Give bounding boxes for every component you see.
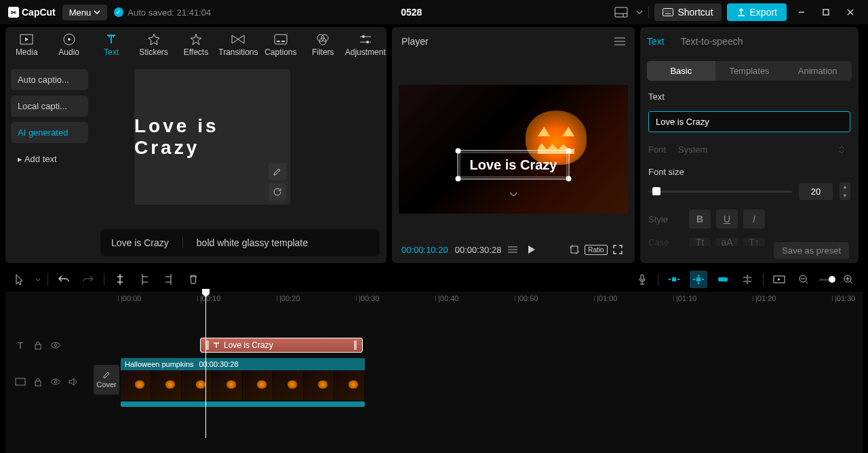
export-button[interactable]: Export [727, 3, 787, 21]
text-clip[interactable]: Love is Crazy [200, 338, 363, 353]
resize-handle-tr[interactable] [566, 148, 571, 153]
template-title: Love is Crazy [111, 237, 169, 248]
tab-stickers[interactable]: Stickers [132, 27, 174, 62]
bold-button[interactable]: B [689, 210, 711, 229]
minimize-button[interactable] [792, 3, 811, 22]
subtab-templates[interactable]: Templates [715, 61, 784, 81]
eye-icon[interactable] [50, 378, 61, 385]
italic-button[interactable]: I [743, 210, 765, 229]
text-field-label: Text [648, 92, 850, 102]
snap-left-icon[interactable] [665, 271, 683, 288]
preview-toggle-icon[interactable] [770, 271, 788, 288]
lock-icon[interactable] [33, 377, 43, 387]
svg-rect-13 [641, 275, 644, 280]
tab-captions[interactable]: Captions [260, 27, 302, 62]
case-button-1[interactable]: Tt [689, 238, 711, 246]
maximize-button[interactable] [816, 3, 835, 22]
inspector-tab-tts[interactable]: Text-to-speech [681, 36, 743, 47]
edit-icon[interactable] [269, 163, 286, 180]
video-preview[interactable]: Love is Crazy ◡ [399, 85, 628, 214]
shortcut-button[interactable]: Shortcut [654, 3, 721, 21]
mic-icon[interactable] [633, 271, 651, 288]
tab-text[interactable]: Text [90, 27, 132, 62]
delete-icon[interactable] [184, 271, 202, 288]
play-button[interactable] [524, 242, 539, 257]
project-title[interactable]: 0528 [218, 7, 605, 18]
underline-button[interactable]: U [716, 210, 738, 229]
video-clip[interactable]: Halloween pumpkins 00:00:30:28 [121, 358, 365, 400]
chevron-down-icon[interactable] [636, 10, 643, 14]
undo-button[interactable] [55, 271, 73, 288]
local-captions-button[interactable]: Local capti... [11, 96, 88, 117]
resize-handle-tl[interactable] [456, 148, 461, 153]
tab-adjustment[interactable]: Adjustment [344, 27, 387, 62]
tab-filters[interactable]: Filters [302, 27, 344, 62]
zoom-slider[interactable] [819, 279, 833, 281]
list-icon[interactable] [508, 246, 517, 253]
rotate-handle-icon[interactable]: ◡ [510, 186, 517, 196]
template-info-bar: Love is Crazy bold white glassy template [100, 229, 380, 256]
current-time: 00:00:10:20 [401, 245, 448, 255]
add-text-button[interactable]: ▸ Add text [11, 149, 88, 170]
redo-button[interactable] [79, 271, 97, 288]
chevron-down-icon[interactable] [35, 278, 41, 281]
zoom-in-icon[interactable] [840, 271, 857, 288]
timeline-toolbar [5, 267, 863, 292]
snap-center-icon[interactable] [690, 271, 707, 288]
text-overlay-selection[interactable]: Love is Crazy ◡ [458, 150, 570, 179]
split-icon[interactable] [111, 271, 129, 288]
svg-rect-12 [571, 246, 578, 253]
auto-captions-button[interactable]: Auto captio... [11, 69, 88, 90]
resize-handle-bl[interactable] [456, 176, 461, 181]
menu-button[interactable]: Menu [62, 5, 108, 20]
snap-right-icon[interactable] [714, 271, 732, 288]
playhead[interactable] [205, 289, 206, 438]
svg-rect-14 [672, 277, 676, 281]
font-size-slider[interactable] [648, 191, 792, 193]
resize-handle-br[interactable] [566, 176, 571, 181]
lock-icon[interactable] [33, 340, 43, 350]
font-size-stepper[interactable]: ▲▼ [840, 182, 850, 200]
subtab-basic[interactable]: Basic [647, 61, 715, 81]
svg-rect-15 [696, 277, 701, 281]
font-size-label: Font size [648, 167, 850, 177]
keyboard-icon [663, 8, 673, 16]
svg-point-21 [54, 344, 57, 347]
fullscreen-icon[interactable] [610, 242, 625, 257]
pointer-tool-icon[interactable] [11, 271, 28, 288]
cover-button[interactable]: Cover [94, 365, 119, 395]
close-button[interactable] [841, 3, 860, 22]
font-select[interactable]: System [673, 142, 850, 157]
crop-icon[interactable] [567, 242, 582, 257]
mute-icon[interactable] [68, 378, 79, 386]
text-track: T Love is Crazy [5, 335, 863, 355]
text-input[interactable] [648, 111, 850, 132]
ratio-button[interactable]: Ratio [589, 242, 604, 257]
inspector-tab-text[interactable]: Text [647, 36, 665, 47]
font-size-value[interactable]: 20 [799, 183, 833, 200]
eye-icon[interactable] [50, 342, 61, 349]
trim-right-icon[interactable] [160, 271, 178, 288]
audio-waveform-bar[interactable] [121, 401, 365, 407]
svg-point-5 [68, 38, 71, 41]
text-preview-thumbnail[interactable]: Love is Crazy [134, 69, 290, 205]
tab-transitions[interactable]: Transitions [217, 27, 259, 62]
library-tabs: Media Audio Text Stickers Effects Transi… [5, 27, 387, 62]
ai-generated-button[interactable]: AI generated [11, 122, 88, 143]
tab-media[interactable]: Media [5, 27, 47, 62]
refresh-icon[interactable] [269, 183, 286, 201]
trim-left-icon[interactable] [136, 271, 153, 288]
case-button-3[interactable]: T↑ [743, 238, 765, 246]
save-preset-button[interactable]: Save as preset [774, 242, 849, 259]
layout-icon[interactable] [612, 4, 631, 20]
zoom-out-icon[interactable] [795, 271, 812, 288]
timeline-ruler[interactable]: |00:00|00:10|00:20|00:30|00:40|00:50|01:… [121, 292, 863, 308]
player-menu-icon[interactable] [614, 37, 625, 45]
align-icon[interactable] [738, 271, 756, 288]
text-track-icon: T [15, 340, 26, 351]
tab-effects[interactable]: Effects [175, 27, 217, 62]
tab-audio[interactable]: Audio [47, 27, 90, 62]
case-button-2[interactable]: aA [716, 238, 738, 246]
subtab-animation[interactable]: Animation [783, 61, 852, 81]
svg-rect-16 [718, 277, 728, 281]
